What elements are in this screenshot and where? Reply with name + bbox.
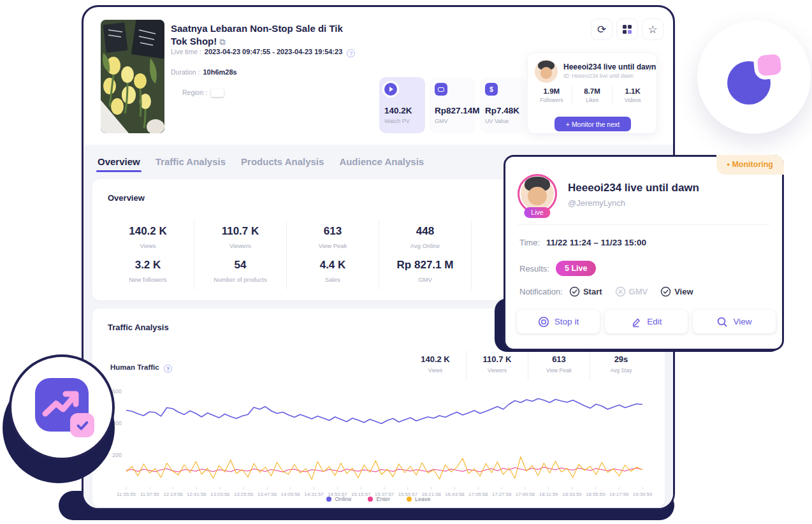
apps-button[interactable]: [616, 18, 638, 40]
stat-label: Viewers: [467, 367, 528, 374]
stat-label: Sales: [287, 276, 379, 283]
stat-cell: 4.4 KSales: [287, 255, 379, 289]
duration-label: Duration :: [171, 68, 200, 76]
notification-label: Notification:: [519, 287, 563, 296]
check-circle-icon: [569, 286, 580, 297]
stat-cell: 110.7 KViewers: [194, 221, 287, 256]
flower-photo-illustration: [101, 20, 164, 133]
host-stat-label: Followers: [532, 97, 572, 103]
stat-cell: 3.2 KNew followers: [102, 255, 194, 289]
stat-value: Rp 827.1 M: [379, 259, 471, 272]
stat-value: 4.4 K: [287, 259, 379, 272]
host-stat: 1.9MFollowers: [532, 86, 572, 105]
stat-cell: 140.2 KViews: [405, 351, 467, 380]
monitor-the-next-button[interactable]: + Monitor the next: [555, 117, 631, 131]
edit-icon: [630, 316, 642, 328]
help-icon[interactable]: ?: [347, 49, 355, 57]
tab-audience-analysis[interactable]: Audience Analysis: [338, 154, 425, 173]
refresh-icon: ⟳: [597, 23, 606, 36]
stat-card-gmv[interactable]: Rp827.14M GMV: [430, 77, 475, 133]
notification-gmv[interactable]: GMV: [615, 286, 648, 297]
search-icon: [716, 316, 728, 328]
dot-icon: •: [727, 160, 730, 169]
stat-cell: 613View Peak: [528, 351, 590, 380]
edit-label: Edit: [647, 317, 662, 326]
legend-item-online[interactable]: Online: [326, 496, 351, 502]
stop-it-button[interactable]: Stop it: [517, 310, 600, 333]
duration-row: Duration : 10h6m28s: [171, 68, 237, 76]
legend-label: Online: [335, 496, 351, 502]
host-stat: 8.7MLikes: [572, 86, 613, 105]
host-avatar: [535, 60, 558, 83]
stat-label: Avg Stay: [590, 367, 652, 374]
stat-value: 140.2 K: [102, 225, 194, 238]
stat-value: 448: [379, 225, 471, 238]
favorite-button[interactable]: ☆: [642, 18, 663, 40]
monitored-handle: @JeremyLynch: [568, 198, 625, 208]
host-stat: 1.1KVideos: [613, 86, 653, 105]
host-profile-card[interactable]: Heeeoi234 live until dawn ID: Heeeoi234 …: [527, 52, 657, 134]
stat-card-watch-pv[interactable]: 140.2K Watch PV: [379, 77, 425, 133]
host-id: ID: Heeeoi234 live until dawn: [563, 73, 634, 79]
stat-cell: 29sAvg Stay: [590, 351, 652, 380]
tab-products-analysis[interactable]: Products Analysis: [240, 154, 325, 173]
divider: [518, 224, 769, 225]
stat-value: 110.7 K: [194, 225, 286, 238]
stat-label: Number of products: [194, 276, 286, 283]
legend-label: Enter: [376, 496, 390, 502]
pie-chart-icon: [727, 51, 785, 105]
livestream-cover-image: [101, 20, 164, 133]
help-icon[interactable]: ?: [164, 365, 172, 373]
tab-overview[interactable]: Overview: [96, 154, 141, 173]
human-traffic-text: Human Traffic: [110, 363, 159, 371]
duration-value: 10h6m28s: [203, 68, 236, 76]
stat-cell: 54Number of products: [194, 255, 287, 289]
refresh-button[interactable]: ⟳: [591, 18, 613, 40]
y-tick-label: 600: [112, 388, 122, 395]
region-row: Region :: [182, 89, 224, 97]
live-time-label: Live time :: [171, 48, 201, 55]
copy-icon[interactable]: ⧉: [219, 37, 225, 47]
chevron-right-icon[interactable]: ›: [648, 63, 651, 73]
legend-dot: [326, 497, 331, 502]
stat-value: 140.2K: [384, 106, 420, 115]
stat-value: Rp7.48K: [485, 106, 521, 115]
host-stat-label: Likes: [572, 97, 613, 103]
legend-dot: [368, 497, 373, 502]
notification-view-label: View: [674, 287, 693, 296]
stat-label: New followers: [102, 276, 194, 283]
edit-button[interactable]: Edit: [605, 310, 688, 333]
check-badge-icon: [70, 413, 94, 437]
legend-item-leave[interactable]: Leave: [407, 496, 431, 502]
card-icon: [435, 83, 447, 96]
legend-item-enter[interactable]: Enter: [368, 496, 390, 502]
tab-traffic-analysis[interactable]: Traffic Analysis: [154, 154, 227, 173]
monitor-actions: Stop it Edit View: [517, 310, 776, 333]
stat-label: Views: [405, 367, 466, 374]
notification-start-label: Start: [583, 287, 602, 296]
legend-label: Leave: [415, 496, 431, 502]
stat-card-uv-value[interactable]: $ Rp7.48K UV Value: [480, 77, 526, 133]
indonesia-flag-icon: [211, 89, 224, 97]
host-name: Heeeoi234 live until dawn: [563, 62, 646, 71]
monitored-avatar-wrap: Live: [518, 174, 557, 214]
monitoring-text: Monitoring: [732, 160, 773, 169]
notification-gmv-label: GMV: [629, 287, 648, 296]
notification-start[interactable]: Start: [569, 286, 602, 297]
monitoring-status-badge: • Monitoring: [716, 155, 784, 175]
host-stat-value: 8.7M: [572, 87, 613, 95]
series-line-online: [126, 398, 642, 423]
notification-view[interactable]: View: [660, 286, 693, 297]
results-live-badge[interactable]: 5 Live: [556, 261, 596, 276]
star-icon: ☆: [648, 23, 657, 36]
stop-it-label: Stop it: [555, 317, 579, 326]
stat-value: 29s: [590, 354, 652, 364]
traffic-stats-row: 140.2 KViews110.7 KViewers613View Peak29…: [405, 351, 652, 380]
overview-stats-row-1: 140.2 KViews110.7 KViewers613View Peak44…: [102, 221, 472, 256]
series-line-leave: [126, 457, 642, 480]
monitoring-card: • Monitoring Live Heeeoi234 live until d…: [504, 155, 784, 351]
header-action-buttons: ⟳ ☆: [591, 18, 663, 40]
trend-chart-icon: [35, 378, 89, 432]
view-button[interactable]: View: [693, 310, 776, 333]
traffic-chart[interactable]: 20040060011:35:5511:57:5512:19:5612:41:5…: [105, 379, 653, 500]
